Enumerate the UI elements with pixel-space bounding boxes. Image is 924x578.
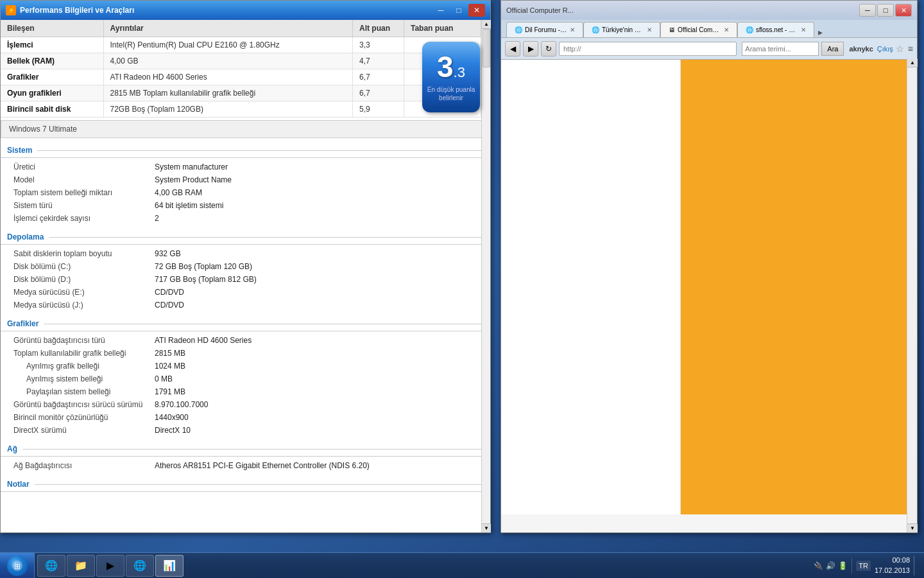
browser-close-button[interactable]: ✕ <box>895 4 912 17</box>
address-bar[interactable] <box>559 42 737 56</box>
search-button[interactable]: Ara <box>821 42 844 56</box>
performance-table-wrapper: Bileşen Ayrıntılar Alt puan Taban puan İ… <box>1 20 490 118</box>
vertical-scrollbar[interactable]: ▲ ▼ <box>481 20 490 532</box>
info-value: ATI Radeon HD 4600 Series <box>155 336 252 345</box>
browser-left-panel <box>501 60 681 514</box>
info-label: Paylaşılan sistem belleği <box>13 387 155 396</box>
info-row: Sistem türü 64 bit işletim sistemi <box>13 199 477 212</box>
tab-dilforum-close[interactable]: ✕ <box>570 26 575 33</box>
taskbar-ie[interactable]: 🌐 <box>37 555 65 577</box>
taskbar: ⊞ 🌐 📁 ▶ 🌐 📊 🔌 🔊 <box>0 552 924 578</box>
browser-minimize-button[interactable]: ─ <box>859 4 876 17</box>
info-label: Model <box>13 175 155 184</box>
scrollbar-up-arrow[interactable]: ▲ <box>482 20 491 29</box>
browser-scroll-down[interactable]: ▼ <box>907 523 918 532</box>
info-label: Medya sürücüsü (J:) <box>13 301 155 310</box>
maximize-button[interactable]: □ <box>450 4 467 17</box>
info-label: Sistem türü <box>13 201 155 210</box>
table-row: Oyun grafikleri 2815 MB Toplam kullanıla… <box>1 85 481 101</box>
grafikler-line <box>44 324 484 324</box>
info-value: 1791 MB <box>155 387 185 396</box>
info-value: System Product Name <box>155 175 232 184</box>
browser-maximize-button[interactable]: □ <box>877 4 894 17</box>
info-value: 1024 MB <box>155 362 185 371</box>
taskbar-performance[interactable]: 📊 <box>155 555 184 577</box>
start-button[interactable]: ⊞ <box>0 553 35 579</box>
col-details: Ayrıntılar <box>103 20 353 37</box>
component-label: Bellek (RAM) <box>1 53 103 69</box>
ag-label: Ağ <box>7 444 17 453</box>
depolama-line <box>49 237 484 238</box>
info-label: Ayrılmış grafik belleği <box>13 362 155 371</box>
tab-turkiye[interactable]: 🌐 Türkiye'nin en büyü... ✕ <box>583 22 660 37</box>
chrome-icon: 🌐 <box>133 559 146 572</box>
sistem-line <box>37 150 484 151</box>
user-area: aknykc Çıkış <box>849 45 893 53</box>
scrollbar-thumb[interactable] <box>483 29 490 67</box>
info-row: Paylaşılan sistem belleği 1791 MB <box>13 385 477 398</box>
minimize-button[interactable]: ─ <box>432 4 449 17</box>
info-value: CD/DVD <box>155 288 184 297</box>
language-indicator[interactable]: TR <box>856 561 871 571</box>
clock-date: 17.02.2013 <box>875 566 910 575</box>
refresh-button[interactable]: ↻ <box>541 41 556 57</box>
info-row: Görüntü bağdaştırıcısı türü ATI Radeon H… <box>13 334 477 347</box>
info-label: Toplam kullanılabilir grafik belleği <box>13 349 155 358</box>
browser-menu-icon[interactable]: ≡ <box>908 44 913 54</box>
show-desktop-button[interactable] <box>914 556 919 575</box>
info-row: DirectX sürümü DirectX 10 <box>13 424 477 437</box>
tab-dilforum[interactable]: 🌐 Dil Forumu - dilFOR... ✕ <box>506 22 583 37</box>
browser-titlebar: Official Computer R... ─ □ ✕ <box>501 1 917 20</box>
taskbar-chrome[interactable]: 🌐 <box>126 555 154 577</box>
close-button[interactable]: ✕ <box>468 4 485 17</box>
info-row: Medya sürücüsü (E:) CD/DVD <box>13 286 477 299</box>
depolama-grid: Sabit disklerin toplam boyutu 932 GB Dis… <box>1 245 490 314</box>
info-label: Toplam sistem belleği miktarı <box>13 188 155 197</box>
browser-scroll-up[interactable]: ▲ <box>907 58 918 67</box>
tab-official-close[interactable]: ✕ <box>724 26 729 33</box>
browser-extras: ☆ ≡ <box>896 44 913 54</box>
ag-section: Ağ Ağ Bağdaştırıcısı Atheros AR8151 PCI-… <box>1 439 490 475</box>
tab-dilforum-favicon: 🌐 <box>515 26 522 33</box>
sys-tray: 🔌 🔊 🔋 <box>814 561 848 570</box>
component-subscore: 6,7 <box>353 69 404 85</box>
table-row: İşlemci Intel(R) Pentium(R) Dual CPU E21… <box>1 37 481 53</box>
table-row: Birincil sabit disk 72GB Boş (Toplam 120… <box>1 101 481 118</box>
score-badge-container: 3 .3 En düşük puanla belirlenir <box>422 42 480 112</box>
notlar-section: Notlar <box>1 475 490 492</box>
scrollbar-down-arrow[interactable]: ▼ <box>482 523 491 532</box>
tab-official-label: Official Computer R... <box>678 26 721 33</box>
performance-icon: 📊 <box>163 559 176 572</box>
info-row: Ayrılmış sistem belleği 0 MB <box>13 372 477 385</box>
browser-tabs: 🌐 Dil Forumu - dilFOR... ✕ 🌐 Türkiye'nin… <box>501 20 917 38</box>
bookmark-icon[interactable]: ☆ <box>896 44 904 54</box>
tab-official[interactable]: 🖥 Official Computer R... ✕ <box>660 22 737 37</box>
component-subscore: 5,9 <box>353 101 404 118</box>
browser-vertical-scrollbar[interactable]: ▲ ▼ <box>907 58 917 532</box>
ag-section-header: Ağ <box>1 439 490 457</box>
logout-button[interactable]: Çıkış <box>877 45 893 53</box>
info-value: 2815 MB <box>155 349 185 358</box>
search-input[interactable] <box>742 42 819 56</box>
info-label: DirectX sürümü <box>13 426 155 435</box>
taskbar-media[interactable]: ▶ <box>96 555 124 577</box>
notlar-section-header: Notlar <box>1 475 490 492</box>
tab-turkiye-close[interactable]: ✕ <box>647 26 652 33</box>
tab-sfloss[interactable]: 🌐 sfloss.net - Fast, Fre... ✕ <box>737 22 814 37</box>
col-basescore: Taban puan <box>404 20 481 37</box>
info-label: Disk bölümü (D:) <box>13 275 155 284</box>
taskbar-explorer[interactable]: 📁 <box>67 555 95 577</box>
browser-right-panel <box>681 60 917 514</box>
window-title: Performans Bilgileri ve Araçları <box>20 6 432 15</box>
window-titlebar: ⚡ Performans Bilgileri ve Araçları ─ □ ✕ <box>1 1 490 20</box>
info-label: İşlemci çekirdek sayısı <box>13 214 155 223</box>
back-button[interactable]: ◀ <box>505 41 520 57</box>
info-value: 72 GB Boş (Toplam 120 GB) <box>155 262 252 271</box>
component-detail: 72GB Boş (Toplam 120GB) <box>103 101 353 118</box>
new-tab-button[interactable]: ▸ <box>814 27 826 37</box>
info-label: Medya sürücüsü (E:) <box>13 288 155 297</box>
tab-sfloss-close[interactable]: ✕ <box>801 26 806 33</box>
media-icon: ▶ <box>104 559 117 572</box>
forward-button[interactable]: ▶ <box>523 41 538 57</box>
windows-version-badge: Windows 7 Ultimate <box>1 120 490 138</box>
